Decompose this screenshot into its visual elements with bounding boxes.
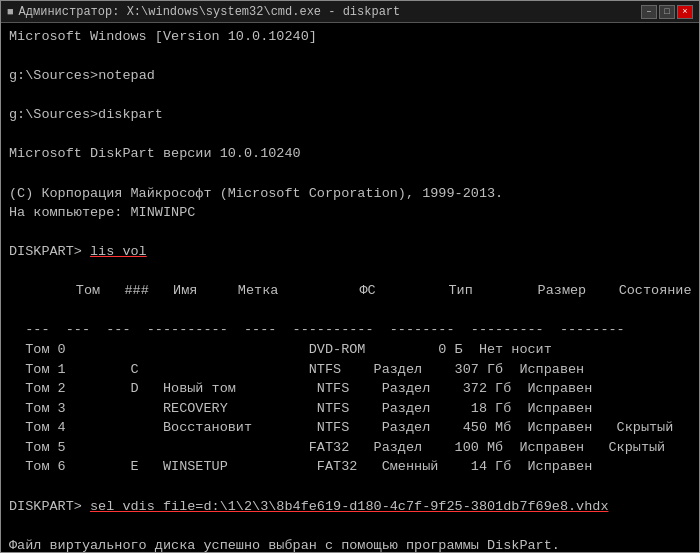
header-state: Состояние [602,283,699,298]
sel-vdis-line: DISKPART> sel vdis file=d:\1\2\3\8b4fe61… [9,497,691,517]
table-row: Том 3 RECOVERY NTFS Раздел 18 Гб Исправе… [9,399,691,419]
window-title: Администратор: X:\windows\system32\cmd.e… [19,5,401,19]
cmd-icon: ■ [7,6,14,18]
header-size: Размер [513,283,602,298]
notepad-prompt: g:\Sources> [9,68,98,83]
lisvol-prompt-line: DISKPART> lis vol [9,242,691,262]
diskpart-cmd-line: g:\Sources>diskpart [9,105,691,125]
header-type: Тип [400,283,513,298]
copyright-line: (С) Корпорация Майкрософт (Microsoft Cor… [9,184,691,204]
computer-line: На компьютере: MINWINPC [9,203,691,223]
blank-line-3 [9,125,691,145]
table-sep: --- --- --- ---------- ---- ---------- -… [9,320,691,340]
header-fs: ФС [335,283,400,298]
table-row: Том 5 FAT32 Раздел 100 Мб Исправен Скрыт… [9,438,691,458]
close-button[interactable]: × [677,5,693,19]
header-name: Имя [165,283,214,298]
blank-line-4 [9,164,691,184]
lisvol-prompt: DISKPART> [9,244,90,259]
sel-prompt: DISKPART> [9,499,90,514]
blank-line-5 [9,223,691,243]
table-header: Том ### Имя Метка ФС Тип Размер Состояни… [9,262,691,321]
table-row: Том 1 C NTFS Раздел 307 Гб Исправен [9,360,691,380]
sel-result: Файл виртуального диска успешно выбран с… [9,536,691,552]
blank-line-2 [9,86,691,106]
blank-line-7 [9,516,691,536]
notepad-cmd-line: g:\Sources>g:\Sources>notepadnotepad [9,66,691,86]
maximize-button[interactable]: □ [659,5,675,19]
table-row: Том 2 D Новый том NTFS Раздел 372 Гб Исп… [9,379,691,399]
version-line: Microsoft Windows [Version 10.0.10240] [9,27,691,47]
header-tom: Том [60,283,117,298]
header-num: ### [116,283,165,298]
title-bar-left: ■ Администратор: X:\windows\system32\cmd… [7,5,400,19]
blank-line-6 [9,477,691,497]
console-output: Microsoft Windows [Version 10.0.10240] g… [1,23,699,552]
blank-line-1 [9,47,691,67]
table-row: Том 0 DVD-ROM 0 Б Нет носит [9,340,691,360]
sel-cmd: sel vdis file=d:\1\2\3\8b4fe619-d180-4c7… [90,499,608,514]
header-metka: Метка [214,283,336,298]
diskpart-version: Microsoft DiskPart версии 10.0.10240 [9,144,691,164]
title-bar-controls[interactable]: – □ × [641,5,693,19]
table-row: Том 4 Восстановит NTFS Раздел 450 Мб Исп… [9,418,691,438]
minimize-button[interactable]: – [641,5,657,19]
title-bar: ■ Администратор: X:\windows\system32\cmd… [1,1,699,23]
table-row: Том 6 E WINSETUP FAT32 Сменный 14 Гб Исп… [9,457,691,477]
cmd-window: ■ Администратор: X:\windows\system32\cmd… [0,0,700,553]
lisvol-cmd: lis vol [90,244,147,259]
